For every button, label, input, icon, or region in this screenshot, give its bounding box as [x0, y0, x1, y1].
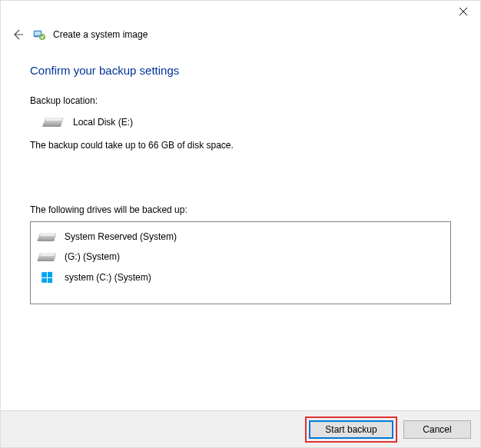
- start-backup-button[interactable]: Start backup: [309, 420, 393, 439]
- titlebar: [1, 1, 480, 24]
- back-button[interactable]: [10, 27, 25, 42]
- arrow-left-icon: [12, 28, 24, 41]
- disk-icon: [37, 233, 57, 241]
- drives-list: System Reserved (System) (G:) (System) s…: [30, 221, 451, 304]
- drive-name: (G:) (System): [65, 251, 120, 262]
- dialog-footer: Start backup Cancel: [1, 410, 480, 447]
- disk-icon: [42, 118, 64, 127]
- cancel-button[interactable]: Cancel: [403, 420, 471, 439]
- highlight-box: Start backup: [305, 416, 397, 443]
- disk-icon: [37, 253, 57, 261]
- svg-rect-3: [35, 32, 41, 35]
- drives-label: The following drives will be backed up:: [30, 204, 451, 215]
- list-item: (G:) (System): [31, 247, 450, 267]
- drive-name: System Reserved (System): [65, 231, 177, 242]
- size-info-text: The backup could take up to 66 GB of dis…: [30, 140, 451, 151]
- drive-name: system (C:) (System): [65, 272, 151, 283]
- wizard-title: Create a system image: [53, 29, 148, 40]
- close-button[interactable]: [446, 1, 480, 22]
- backup-location-value: Local Disk (E:): [73, 117, 133, 128]
- backup-location-row: Local Disk (E:): [30, 117, 451, 128]
- backup-location-label: Backup location:: [30, 95, 451, 106]
- close-icon: [459, 8, 467, 15]
- windows-disk-icon: [38, 271, 55, 284]
- system-image-icon: [33, 28, 45, 41]
- wizard-header: Create a system image: [1, 24, 480, 42]
- content-area: Confirm your backup settings Backup loca…: [1, 42, 480, 304]
- page-heading: Confirm your backup settings: [30, 64, 451, 77]
- list-item: system (C:) (System): [31, 267, 450, 288]
- list-item: System Reserved (System): [31, 227, 450, 247]
